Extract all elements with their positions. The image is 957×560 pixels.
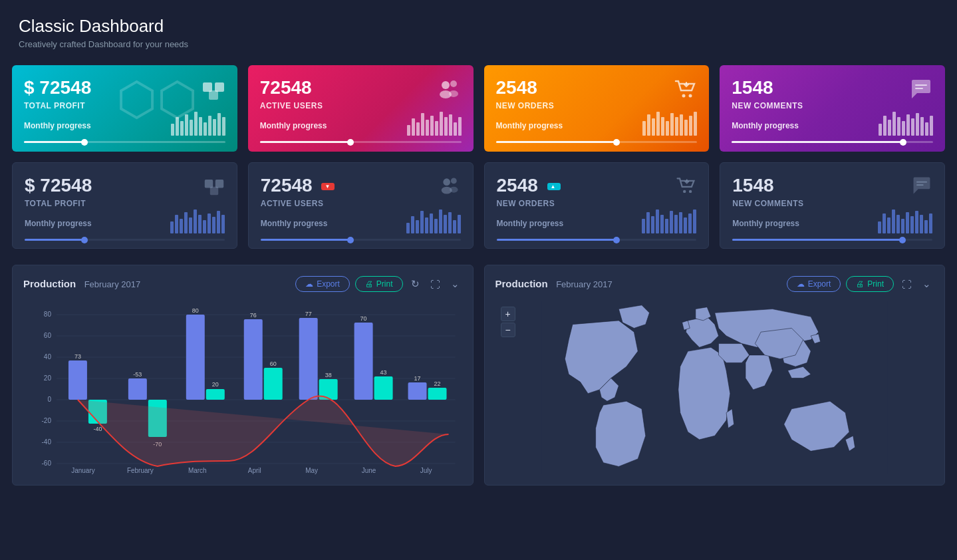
stat-card-new-comments-dark: 1548 NEW COMMENTS Monthly progress: [720, 162, 945, 249]
svg-point-4: [450, 80, 457, 87]
map-expand-button[interactable]: ⛶: [899, 277, 914, 291]
svg-point-15: [450, 187, 458, 193]
bar-may-1: [299, 318, 318, 400]
stat-label-active-users-1: ACTIVE USERS: [260, 101, 323, 110]
chart-expand-button[interactable]: ⛶: [428, 277, 443, 291]
bar-jul-1: [408, 382, 427, 400]
svg-text:17: 17: [414, 375, 421, 382]
svg-point-12: [443, 178, 450, 186]
map-print-button[interactable]: 🖨 Print: [846, 276, 894, 292]
svg-text:May: May: [305, 467, 318, 474]
comment-icon-2: [911, 175, 932, 201]
progress-label-1: Monthly progress: [24, 121, 91, 130]
stat-card-new-orders-dark: 2548 NEW ORDERS Monthly progress: [484, 162, 710, 249]
progress-dot-8: [899, 237, 906, 243]
bar-feb-1: [128, 378, 147, 400]
page-subtitle: Creatively crafted Dashboard for your ne…: [19, 39, 938, 49]
stat-value-new-comments-2: 1548: [732, 175, 803, 196]
badge-down: [321, 183, 335, 190]
badge-up: [547, 183, 561, 190]
svg-text:0: 0: [47, 396, 51, 403]
svg-text:-40: -40: [42, 438, 52, 446]
svg-text:73: 73: [74, 353, 81, 360]
progress-track-1: [24, 141, 225, 143]
chart-collapse-button[interactable]: ⌄: [448, 277, 462, 291]
progress-dot-3: [613, 139, 620, 146]
stat-label-total-profit-2: TOTAL PROFIT: [25, 199, 92, 208]
bar-mar-2: [206, 389, 225, 400]
map-panel-title-group: Production February 2017: [495, 278, 613, 290]
mini-bars-7: [642, 210, 696, 233]
world-map-svg: [495, 301, 934, 474]
svg-rect-10: [215, 180, 223, 188]
stat-label-total-profit-1: TOTAL PROFIT: [24, 101, 91, 110]
stat-value-new-orders-1: 2548: [496, 77, 555, 98]
bar-mar-1: [186, 315, 205, 400]
svg-text:June: June: [362, 467, 376, 474]
svg-point-7: [682, 94, 686, 98]
svg-text:20: 20: [44, 374, 52, 382]
progress-track-7: [497, 239, 697, 241]
chart-export-button[interactable]: ☁ Export: [295, 276, 350, 292]
stat-value-new-orders-2: 2548: [497, 175, 561, 196]
stat-value-active-users-1: 72548: [260, 77, 323, 98]
svg-point-13: [450, 178, 456, 184]
stat-card-active-users-dark: 72548 ACTIVE USERS Monthly progress: [248, 162, 474, 249]
progress-dot-2: [347, 139, 354, 146]
comment-icon-1: [909, 77, 933, 106]
progress-fill-5: [25, 239, 84, 241]
bar-jan-1: [68, 360, 87, 400]
users-icon-1: [438, 77, 462, 106]
map-export-label: Export: [808, 279, 831, 289]
cart-icon-1: [673, 77, 697, 106]
svg-text:March: March: [188, 467, 207, 474]
map-export-button[interactable]: ☁ Export: [787, 276, 841, 292]
svg-text:April: April: [248, 467, 261, 474]
stat-card-new-orders-gradient: 2548 NEW ORDERS Monthly progress: [484, 65, 710, 152]
map-export-icon: ☁: [797, 279, 805, 289]
chart-container: 80 60 40 20 0 -20 -40 -60 73 -40: [23, 301, 462, 474]
map-panel-title: Production: [495, 278, 548, 289]
progress-track-4: [732, 141, 933, 143]
chart-panel-title: Production: [23, 278, 76, 289]
stat-card-total-profit-dark: $ 72548 TOTAL PROFIT Monthly progress: [12, 162, 237, 249]
bottom-panels: Production February 2017 ☁ Export 🖨 Prin…: [0, 254, 957, 496]
progress-label-4: Monthly progress: [732, 121, 799, 130]
map-zoom-in-button[interactable]: +: [501, 307, 515, 321]
svg-point-3: [442, 81, 450, 89]
progress-fill-3: [496, 141, 617, 143]
svg-text:70: 70: [360, 315, 367, 322]
progress-track-2: [260, 141, 462, 143]
svg-text:38: 38: [325, 372, 332, 378]
svg-point-8: [689, 94, 692, 98]
mini-bars-4: [879, 112, 933, 136]
svg-text:20: 20: [212, 381, 219, 388]
progress-fill-4: [732, 141, 902, 143]
progress-track-3: [496, 141, 698, 143]
mini-bars-2: [407, 112, 462, 136]
print-icon: 🖨: [365, 279, 373, 289]
boxes-icon-1: [202, 77, 225, 106]
stat-label-new-comments-2: NEW COMMENTS: [732, 199, 803, 208]
svg-text:-53: -53: [133, 371, 142, 378]
stat-label-new-comments-1: NEW COMMENTS: [732, 101, 803, 110]
chart-refresh-button[interactable]: ↻: [408, 277, 422, 291]
map-panel-header: Production February 2017 ☁ Export 🖨 Prin…: [495, 276, 934, 292]
stat-label-active-users-2: ACTIVE USERS: [261, 199, 335, 208]
map-zoom-controls: + −: [501, 307, 515, 337]
map-zoom-out-button[interactable]: −: [501, 323, 515, 337]
svg-point-6: [449, 90, 458, 97]
page-title: Classic Dashboard: [19, 16, 938, 37]
stats-row-1: ⬡⬡ $ 72548 TOTAL PROFIT Monthly progress: [0, 60, 957, 157]
stat-card-active-users-gradient: 72548 ACTIVE USERS Monthly progress: [248, 65, 474, 152]
svg-rect-11: [210, 187, 218, 195]
svg-text:76: 76: [250, 312, 257, 319]
map-panel-subtitle: February 2017: [556, 279, 613, 289]
svg-text:January: January: [71, 467, 95, 474]
chart-print-button[interactable]: 🖨 Print: [355, 276, 403, 292]
map-container: + −: [495, 301, 934, 474]
map-print-label: Print: [867, 279, 884, 289]
map-collapse-button[interactable]: ⌄: [920, 277, 934, 291]
svg-text:77: 77: [305, 311, 312, 317]
svg-text:80: 80: [44, 311, 52, 318]
